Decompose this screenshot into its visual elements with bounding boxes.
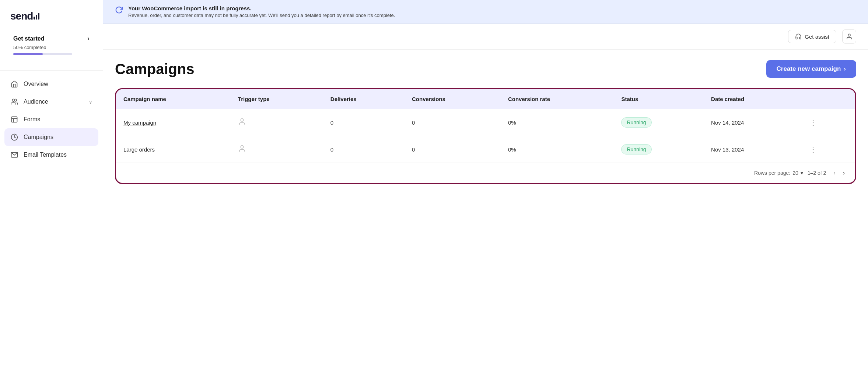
- page-title: Campaigns: [115, 61, 195, 77]
- sidebar-nav: Overview Audience ∨: [0, 75, 103, 164]
- deliveries-cell: 0: [323, 109, 405, 136]
- campaign-link[interactable]: Large orders: [123, 146, 155, 153]
- person-icon: [238, 146, 246, 154]
- conversions-cell: 0: [405, 136, 501, 163]
- banner-title: Your WooCommerce import is still in prog…: [128, 5, 395, 11]
- get-started-subtitle: 50% completed: [13, 45, 90, 50]
- sidebar-item-overview[interactable]: Overview: [0, 75, 103, 93]
- rows-per-page-chevron-icon: ▾: [801, 170, 803, 176]
- sidebar-item-email-templates-label: Email Templates: [24, 152, 67, 158]
- col-actions: [799, 89, 855, 109]
- trigger-type-cell: [231, 109, 323, 136]
- create-campaign-label: Create new campaign: [777, 65, 841, 73]
- table-footer: Rows per page: 20 ▾ 1–2 of 2 ‹ ›: [116, 163, 855, 183]
- sidebar-item-audience-label: Audience: [24, 98, 48, 105]
- forms-icon: [10, 115, 18, 124]
- campaigns-icon: [10, 133, 18, 141]
- get-assist-button[interactable]: Get assist: [788, 30, 836, 43]
- conversion-rate-cell: 0%: [501, 136, 614, 163]
- progress-bar-background: [13, 53, 72, 55]
- progress-bar-fill: [13, 53, 43, 55]
- sidebar-divider: [0, 70, 103, 71]
- refresh-icon: [115, 6, 123, 16]
- sidebar-item-campaigns-label: Campaigns: [24, 134, 53, 140]
- conversion-rate-cell: 0%: [501, 109, 614, 136]
- rows-per-page-value: 20: [792, 170, 798, 176]
- logo-bar-2: [36, 15, 37, 20]
- banner-subtitle: Revenue, order, and customer data may no…: [128, 13, 395, 18]
- row-more-button[interactable]: ⋮: [806, 143, 820, 155]
- arrow-right-icon: ›: [844, 65, 846, 73]
- campaigns-table-container: Campaign name Trigger type Deliveries Co…: [115, 88, 856, 184]
- people-icon: [10, 98, 18, 106]
- col-date-created: Date created: [704, 89, 799, 109]
- row-more-button[interactable]: ⋮: [806, 117, 820, 128]
- get-started-header: Get started ›: [13, 35, 90, 42]
- logo-area: send: [0, 0, 103, 29]
- campaigns-table: Campaign name Trigger type Deliveries Co…: [116, 89, 855, 163]
- get-started-title: Get started: [13, 35, 44, 42]
- pagination-prev-button[interactable]: ‹: [830, 168, 838, 178]
- get-started-chevron-icon: ›: [87, 35, 90, 42]
- sidebar-item-campaigns[interactable]: Campaigns: [4, 128, 98, 146]
- trigger-type-cell: [231, 136, 323, 163]
- col-deliveries: Deliveries: [323, 89, 405, 109]
- audience-chevron-icon: ∨: [89, 99, 92, 105]
- table-row: My campaign 0 0 0%: [116, 109, 855, 136]
- svg-point-6: [848, 34, 850, 36]
- table-row: Large orders 0 0 0%: [116, 136, 855, 163]
- page-header: Campaigns Create new campaign ›: [115, 60, 856, 78]
- sidebar-item-overview-label: Overview: [24, 81, 48, 87]
- campaign-link[interactable]: My campaign: [123, 119, 156, 126]
- banner-text: Your WooCommerce import is still in prog…: [128, 5, 395, 18]
- svg-rect-1: [12, 117, 17, 122]
- row-actions-cell: ⋮: [799, 109, 855, 136]
- sidebar-item-forms[interactable]: Forms: [0, 111, 103, 128]
- conversions-cell: 0: [405, 109, 501, 136]
- person-icon: [238, 119, 246, 127]
- header-bar: Get assist: [103, 24, 868, 50]
- logo-bar-3: [38, 13, 39, 20]
- get-assist-label: Get assist: [805, 34, 829, 40]
- status-badge: Running: [621, 117, 651, 128]
- svg-point-0: [12, 99, 15, 102]
- create-campaign-button[interactable]: Create new campaign ›: [766, 60, 856, 78]
- col-status: Status: [614, 89, 704, 109]
- user-profile-button[interactable]: [842, 29, 856, 44]
- col-trigger-type: Trigger type: [231, 89, 323, 109]
- deliveries-cell: 0: [323, 136, 405, 163]
- status-cell: Running: [614, 109, 704, 136]
- svg-point-7: [241, 118, 243, 121]
- date-created-cell: Nov 14, 2024: [704, 109, 799, 136]
- status-cell: Running: [614, 136, 704, 163]
- svg-point-8: [241, 145, 243, 148]
- pagination-info: 1–2 of 2: [808, 170, 826, 176]
- col-campaign-name: Campaign name: [116, 89, 231, 109]
- date-created-cell: Nov 13, 2024: [704, 136, 799, 163]
- sidebar: send Get started › 50% completed Overvie: [0, 0, 103, 368]
- sidebar-item-audience[interactable]: Audience ∨: [0, 93, 103, 111]
- user-icon: [846, 33, 853, 40]
- pagination-next-button[interactable]: ›: [840, 168, 848, 178]
- campaign-name-cell: My campaign: [116, 109, 231, 136]
- get-started-box[interactable]: Get started › 50% completed: [7, 29, 95, 60]
- page-content: Campaigns Create new campaign › Campaign…: [103, 50, 868, 368]
- home-icon: [10, 80, 18, 88]
- rows-per-page: Rows per page: 20 ▾: [754, 170, 803, 176]
- status-badge: Running: [621, 144, 651, 155]
- sidebar-item-email-templates[interactable]: Email Templates: [0, 146, 103, 164]
- headset-icon: [795, 33, 802, 40]
- logo-bar-1: [34, 17, 35, 20]
- campaign-name-cell: Large orders: [116, 136, 231, 163]
- col-conversions: Conversions: [405, 89, 501, 109]
- sidebar-item-forms-label: Forms: [24, 116, 40, 123]
- row-actions-cell: ⋮: [799, 136, 855, 163]
- woocommerce-banner: Your WooCommerce import is still in prog…: [103, 0, 868, 24]
- main-content: Your WooCommerce import is still in prog…: [103, 0, 868, 368]
- logo-text: send: [10, 10, 33, 22]
- logo-icon: [34, 13, 39, 20]
- pagination-nav: ‹ ›: [830, 168, 848, 178]
- table-header-row: Campaign name Trigger type Deliveries Co…: [116, 89, 855, 109]
- email-icon: [10, 151, 18, 159]
- col-conversion-rate: Conversion rate: [501, 89, 614, 109]
